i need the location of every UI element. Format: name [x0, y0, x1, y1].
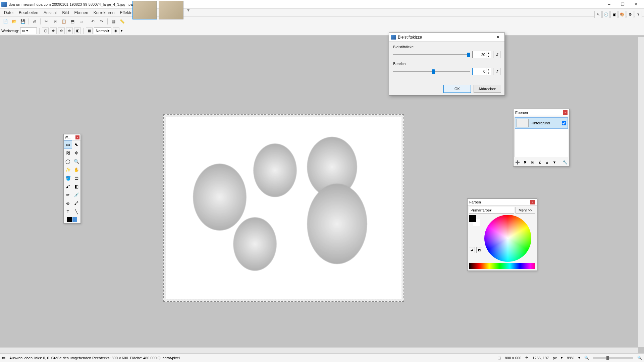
rectangle-select-tool[interactable]: ▭ — [64, 140, 72, 149]
paste-icon[interactable]: 📋 — [60, 17, 68, 25]
add-layer-icon[interactable]: ➕ — [514, 159, 521, 166]
color-mode-selector[interactable]: Primärfarbe ▾ — [469, 207, 514, 214]
layer-visibility-checkbox[interactable] — [562, 121, 566, 125]
move-up-icon[interactable]: ▲ — [544, 159, 550, 166]
move-down-icon[interactable]: ▼ — [551, 159, 558, 166]
save-file-icon[interactable]: 💾 — [19, 17, 27, 25]
param-thickness-slider[interactable] — [393, 52, 470, 57]
new-file-icon[interactable]: 📄 — [1, 17, 9, 25]
spin-down-icon[interactable]: ▾ — [486, 55, 491, 58]
settings-icon[interactable]: ⚙ — [627, 11, 634, 18]
vertical-scrollbar[interactable] — [638, 37, 644, 347]
gradient-tool[interactable]: ▤ — [72, 174, 80, 182]
cancel-button[interactable]: Abbrechen — [474, 85, 501, 93]
text-tool[interactable]: T — [64, 207, 72, 216]
param-thickness-input[interactable]: ▴▾ — [472, 51, 491, 58]
pan-tool[interactable]: ✋ — [72, 166, 80, 174]
layers-panel-header[interactable]: Ebenen × — [514, 109, 569, 116]
history-toggle-icon[interactable]: 🕘 — [602, 11, 610, 18]
minimize-button[interactable]: – — [602, 0, 616, 8]
cut-icon[interactable]: ✂ — [42, 17, 50, 25]
color-picker-tool[interactable]: 💉 — [72, 191, 80, 199]
maximize-button[interactable]: ❐ — [616, 0, 629, 8]
merge-down-icon[interactable]: ⊻ — [536, 159, 543, 166]
ok-button[interactable]: OK — [443, 85, 471, 93]
layer-properties-icon[interactable]: 🔧 — [562, 159, 569, 166]
dialog-close-icon[interactable]: ✕ — [493, 34, 502, 41]
zoom-out-icon[interactable]: 🔍 — [584, 356, 589, 360]
default-colors-icon[interactable]: ◩ — [476, 247, 482, 253]
canvas-image[interactable] — [163, 114, 404, 302]
paintbrush-tool[interactable]: 🖌 — [64, 182, 72, 191]
line-tool[interactable]: ╲ — [72, 207, 80, 216]
status-unit[interactable]: px — [553, 356, 557, 360]
tools-toggle-icon[interactable]: ↖ — [594, 11, 602, 18]
close-button[interactable]: ✕ — [629, 0, 643, 8]
sampling-icon[interactable]: ◉ — [113, 27, 119, 34]
ellipse-select-tool[interactable]: ◯ — [64, 157, 72, 166]
selection-add-icon[interactable]: ⊕ — [50, 27, 57, 34]
layer-row[interactable]: Hintergrund — [515, 117, 568, 129]
crop-icon[interactable]: ⬒ — [68, 17, 76, 25]
delete-layer-icon[interactable]: ✖ — [522, 159, 528, 166]
dialog-header[interactable]: Bleistiftskizze ✕ — [389, 33, 504, 42]
help-icon[interactable]: ? — [635, 11, 642, 18]
flood-mode-icon[interactable]: ▦ — [86, 27, 93, 34]
copy-icon[interactable]: ⎘ — [51, 17, 59, 25]
menu-adjustments[interactable]: Korrekturen — [91, 10, 117, 16]
menu-layers[interactable]: Ebenen — [71, 10, 91, 16]
menu-edit[interactable]: Bearbeiten — [16, 10, 41, 16]
zoom-in-icon[interactable]: 🔍 — [637, 356, 642, 360]
zoom-slider[interactable] — [593, 357, 633, 359]
menu-view[interactable]: Ansicht — [41, 10, 59, 16]
colors-more-button[interactable]: Mehr >> — [516, 207, 535, 214]
color-wheel[interactable] — [484, 215, 531, 262]
move-selection-tool[interactable]: ⬉ — [72, 140, 80, 149]
menu-image[interactable]: Bild — [59, 10, 71, 16]
clone-stamp-tool[interactable]: ⊛ — [64, 199, 72, 207]
deselect-icon[interactable]: ▭ — [77, 17, 85, 25]
document-thumb-dropdown[interactable]: ▾ — [185, 1, 192, 19]
spin-up-icon[interactable]: ▴ — [486, 51, 491, 55]
shape-swatch[interactable] — [72, 217, 77, 222]
duplicate-layer-icon[interactable]: ⎘ — [529, 159, 536, 166]
param-thickness-reset-icon[interactable]: ↺ — [493, 51, 500, 58]
horizontal-scrollbar[interactable] — [0, 347, 638, 353]
color-palette-strip[interactable] — [469, 263, 535, 269]
pencil-tool[interactable]: ✏ — [64, 191, 72, 199]
move-pixels-tool[interactable]: ✥ — [72, 149, 80, 157]
document-thumb-1[interactable] — [132, 1, 157, 19]
tool-selector[interactable]: ▭ ▾ — [20, 27, 37, 34]
selection-intersect-icon[interactable]: ⊗ — [66, 27, 73, 34]
open-file-icon[interactable]: 📂 — [10, 17, 18, 25]
param-range-slider[interactable] — [393, 69, 470, 74]
selection-invert-icon[interactable]: ◧ — [74, 27, 81, 34]
selection-replace-icon[interactable]: ▢ — [42, 27, 49, 34]
spin-up-icon[interactable]: ▴ — [486, 68, 491, 71]
param-range-input[interactable]: ▴▾ — [472, 68, 491, 75]
param-range-reset-icon[interactable]: ↺ — [493, 68, 500, 75]
layers-toggle-icon[interactable]: ▣ — [610, 11, 618, 18]
dropdown-icon[interactable]: ▾ — [561, 356, 563, 360]
zoom-tool[interactable]: 🔍 — [72, 157, 80, 166]
selection-subtract-icon[interactable]: ⊖ — [58, 27, 65, 34]
grid-icon[interactable]: ▦ — [109, 17, 117, 25]
colors-panel-close-icon[interactable]: × — [530, 200, 535, 204]
lasso-select-tool[interactable]: ₪ — [64, 149, 72, 157]
colors-toggle-icon[interactable]: 🎨 — [619, 11, 626, 18]
spin-down-icon[interactable]: ▾ — [486, 71, 491, 75]
recolor-tool[interactable]: 🖍 — [72, 199, 80, 207]
dropdown-icon[interactable]: ▾ — [121, 28, 123, 33]
redo-icon[interactable]: ↷ — [98, 17, 106, 25]
primary-color-swatch[interactable] — [469, 215, 476, 222]
undo-icon[interactable]: ↶ — [89, 17, 97, 25]
menu-file[interactable]: Datei — [1, 10, 16, 16]
blend-mode-selector[interactable]: Normal ▾ — [94, 27, 111, 34]
layers-panel-close-icon[interactable]: × — [563, 110, 568, 115]
magic-wand-tool[interactable]: ✨ — [64, 166, 72, 174]
swap-colors-icon[interactable]: ⇄ — [469, 247, 475, 253]
tools-panel-close-icon[interactable]: × — [75, 135, 79, 139]
print-icon[interactable]: 🖨 — [31, 17, 39, 25]
colors-panel-header[interactable]: Farben × — [468, 199, 537, 205]
paint-bucket-tool[interactable]: 🪣 — [64, 174, 72, 182]
